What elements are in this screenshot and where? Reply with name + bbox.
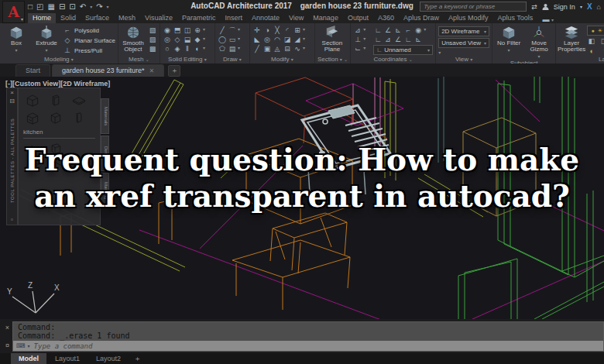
drawing-viewport[interactable]: [-][Custom View][2D Wireframe] [0, 77, 604, 319]
kitchen-counter-tool-icon[interactable] [71, 94, 87, 107]
tab-insert[interactable]: Insert [220, 13, 247, 23]
solid-editing-tool-icon[interactable]: ◎ [163, 36, 172, 44]
command-input[interactable] [33, 342, 600, 351]
modify-caret-icon[interactable]: ▾ [303, 26, 312, 36]
layout-tab-layout2[interactable]: Layout2 [88, 353, 129, 364]
draw-rect-icon[interactable]: ▭ [228, 36, 237, 44]
modify-array-icon[interactable]: ⊞ [293, 26, 302, 35]
solid-editing-tool-icon[interactable]: ‖ [183, 45, 192, 53]
panel-label-modeling[interactable]: Modeling ▾ [2, 56, 115, 64]
view-more-caret-icon[interactable]: ▾ [438, 50, 441, 55]
press-pull-button[interactable]: ⊥ Press/Pull [63, 46, 115, 55]
layer-properties-button[interactable]: Layer Properties [558, 24, 585, 53]
ucs-tool-icon[interactable]: ⊥ [353, 36, 362, 44]
tab-solid[interactable]: Solid [56, 13, 81, 23]
sign-in-button[interactable]: Sign In [554, 3, 575, 11]
command-customize-icon[interactable]: ¤ [5, 342, 9, 349]
solid-editing-caret-icon[interactable]: ▾ [203, 26, 212, 36]
tab-mesh[interactable]: Mesh [114, 13, 140, 23]
ucs-named-dropdown[interactable]: ∟ Unnamed ▾ [373, 45, 433, 55]
kitchen-cabinet-tool-icon[interactable] [48, 112, 63, 125]
box-button[interactable]: Box ▾ [2, 24, 30, 53]
solid-editing-tool-icon[interactable]: ◈ [173, 45, 182, 53]
kitchen-cabinet-tool-icon[interactable] [71, 112, 87, 125]
panel-label-coordinates[interactable]: Coordinates ⌄ [353, 56, 433, 64]
modify-rotate-icon[interactable]: ◑ [263, 26, 272, 35]
viewport-controls-label[interactable]: [-][Custom View][2D Wireframe] [5, 80, 110, 88]
move-gizmo-button[interactable]: Move Gizmo ▾ [525, 24, 553, 60]
kitchen-cabinet-tool-icon[interactable] [25, 112, 40, 125]
modify-caret-icon[interactable]: ▾ [303, 45, 312, 54]
ribbon-display-toggle-icon[interactable]: ▬ ▾ [542, 15, 554, 23]
ucs-caret-icon[interactable]: ▾ [363, 36, 372, 45]
ucs-tool-icon[interactable]: ⊾ [414, 36, 423, 44]
solid-editing-tool-icon[interactable]: ◉ [163, 26, 172, 35]
solid-editing-tool-icon[interactable]: ⬒ [173, 26, 182, 35]
planar-surface-button[interactable]: ◇ Planar Surface [63, 36, 115, 45]
modify-caret-icon[interactable]: ▾ [303, 36, 312, 45]
modify-explode-icon[interactable]: ╱ [252, 45, 262, 53]
search-input[interactable] [420, 2, 527, 12]
new-file-icon[interactable]: □ [28, 2, 33, 12]
extrude-button[interactable]: Extrude ▾ [33, 24, 60, 53]
tab-aplus-tools[interactable]: Aplus Tools [493, 13, 538, 23]
tab-annotate[interactable]: Annotate [247, 13, 284, 23]
draw-caret-icon[interactable]: ▾ [238, 45, 247, 54]
exchange-apps-icon[interactable]: X [587, 2, 592, 11]
draw-arc-icon[interactable]: ⌒ [228, 26, 237, 35]
close-tab-icon[interactable]: ✕ [149, 65, 155, 77]
solid-editing-tool-icon[interactable]: ◐ [193, 45, 202, 53]
ucs-tool-icon[interactable]: ∠ [383, 26, 393, 35]
ucs-tool-icon[interactable] [424, 36, 433, 44]
palette-properties-icon[interactable]: ▫ [11, 217, 13, 223]
palette-autohide-icon[interactable]: ⊟ [9, 98, 15, 105]
layer-on-icon[interactable]: ● [590, 26, 595, 35]
ucs-tool-icon[interactable]: ⊿ [383, 36, 393, 44]
ucs-caret-icon[interactable]: ▾ [424, 26, 433, 36]
ucs-tool-icon[interactable]: ∠ [393, 36, 403, 44]
panel-label-mesh[interactable]: Mesh ⌄ [121, 56, 157, 64]
draw-caret-icon[interactable]: ▾ [238, 26, 247, 36]
undo-icon[interactable]: ↶ [80, 2, 86, 12]
file-tab-start[interactable]: Start [15, 64, 50, 77]
draw-caret-icon[interactable]: ▾ [238, 36, 247, 45]
help-home-icon[interactable]: ⌂ [597, 3, 601, 11]
application-menu-button[interactable]: A ▾ [2, 1, 25, 23]
ucs-caret-icon[interactable]: ▾ [363, 45, 372, 54]
ucs-tool-icon[interactable]: ⊾ [393, 26, 403, 35]
section-plane-button[interactable]: Section Plane [317, 24, 347, 53]
tab-home[interactable]: Home [28, 13, 56, 23]
ucs-tool-icon[interactable]: ⌙ [353, 45, 362, 53]
modify-join-icon[interactable]: ⊟ [283, 45, 292, 53]
solid-editing-caret-icon[interactable]: ▾ [203, 36, 212, 45]
tab-a360[interactable]: A360 [373, 13, 399, 23]
layer-thaw-icon[interactable]: ☀ [597, 26, 602, 35]
smooth-object-button[interactable]: Smooth Object [121, 24, 146, 53]
panel-label-draw[interactable]: Draw ▾ [218, 56, 247, 64]
tab-view[interactable]: View [284, 13, 308, 23]
ucs-tool-icon[interactable]: ⌐ [403, 26, 413, 35]
ucs-tool-icon[interactable]: ◉ [414, 26, 423, 35]
ucs-tool-icon[interactable]: ∟ [373, 26, 383, 35]
layout-tab-model[interactable]: Model [11, 353, 46, 364]
solid-editing-tool-icon[interactable]: ◫ [183, 26, 192, 35]
tab-surface[interactable]: Surface [81, 13, 114, 23]
polysolid-button[interactable]: ⌐ Polysolid [63, 26, 115, 35]
command-close-icon[interactable]: × [5, 324, 9, 331]
search-exchange-icon[interactable]: ⇄ [531, 3, 537, 11]
undo-dropdown-icon[interactable]: ▾ [90, 2, 92, 12]
qat-customize-icon[interactable]: ▾ [107, 2, 109, 12]
solid-editing-tool-icon[interactable]: ⊕ [193, 26, 202, 35]
named-view-dropdown[interactable]: Unsaved View ▾ [438, 38, 489, 48]
modify-move-icon[interactable]: ✛ [252, 26, 262, 35]
modify-scale-icon[interactable]: ◪ [283, 36, 292, 44]
tab-parametric[interactable]: Parametric [177, 13, 221, 23]
panel-label-layers[interactable]: Layers ▾ [558, 56, 604, 64]
modify-align-icon[interactable]: ◬ [273, 45, 282, 53]
draw-hatch-icon[interactable]: ▤ [228, 45, 237, 53]
save-icon[interactable]: ▦ [48, 2, 55, 12]
panel-label-section[interactable]: Section ▾ ⌄ [317, 56, 348, 64]
kitchen-cabinet-tool-icon[interactable] [48, 94, 63, 107]
solid-editing-caret-icon[interactable]: ▾ [203, 45, 212, 54]
mesh-tool-icon[interactable]: ▧ [148, 26, 157, 35]
